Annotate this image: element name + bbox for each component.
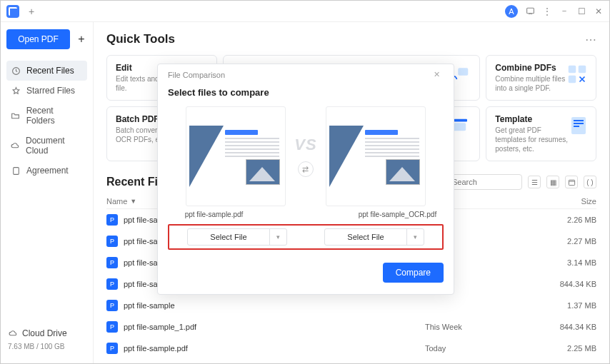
left-select-file[interactable]: Select File ▾	[187, 228, 287, 246]
swap-button[interactable]: ⇄	[298, 161, 314, 177]
select-file-highlight: Select File ▾ Select File ▾	[168, 224, 444, 250]
left-file-name: ppt file-sample.pdf	[168, 211, 260, 218]
chevron-down-icon[interactable]: ▾	[406, 229, 424, 245]
left-file-thumbnail[interactable]	[186, 106, 286, 206]
vs-label: VS	[294, 136, 316, 154]
right-select-file[interactable]: Select File ▾	[324, 228, 424, 246]
left-select-file-button[interactable]: Select File	[188, 229, 269, 245]
dialog-close-icon[interactable]: ✕	[434, 70, 444, 80]
dialog-heading: Select files to compare	[168, 87, 444, 98]
file-comparison-dialog: File Comparison ✕ Select files to compar…	[157, 64, 454, 295]
chevron-down-icon[interactable]: ▾	[269, 229, 286, 245]
dialog-title: File Comparison	[168, 71, 225, 79]
right-file-thumbnail[interactable]	[326, 106, 426, 206]
right-file-name: ppt file-sample_OCR.pdf	[351, 211, 444, 218]
compare-button[interactable]: Compare	[383, 263, 444, 283]
right-select-file-button[interactable]: Select File	[325, 229, 406, 245]
